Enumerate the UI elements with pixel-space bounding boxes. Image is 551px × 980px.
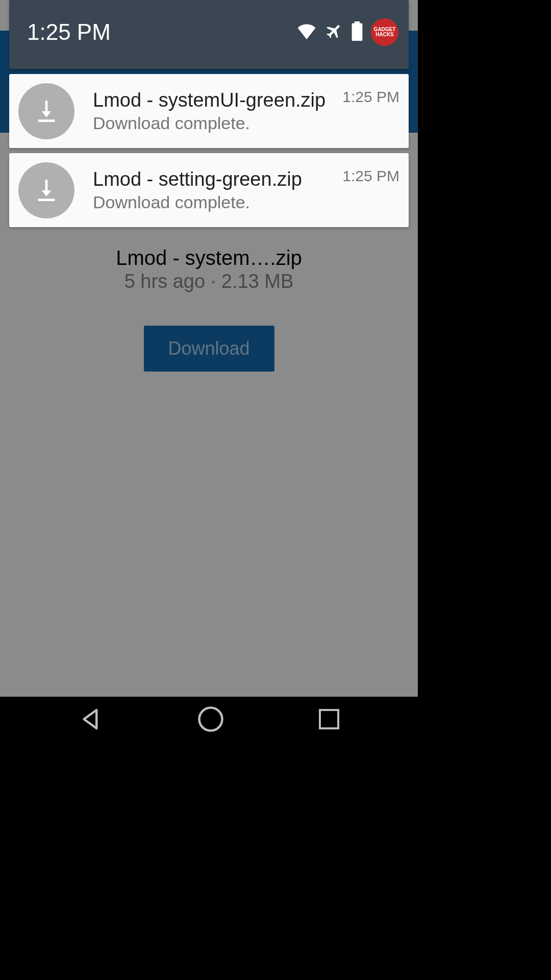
notification-item[interactable]: Lmod - systemUI-green.zip Download compl… [9,74,409,148]
notification-title: Lmod - setting-green.zip [93,168,337,190]
notification-item[interactable]: Lmod - setting-green.zip Download comple… [9,153,409,227]
notification-time: 1:25 PM [342,167,399,185]
download-icon [18,83,74,139]
airplane-icon [325,22,343,42]
svg-point-0 [199,707,222,730]
notification-title: Lmod - systemUI-green.zip [93,89,337,111]
status-bar[interactable]: 1:25 PM GADGET HACKS [9,0,409,69]
download-icon [18,162,74,218]
notification-subtitle: Download complete. [93,113,337,133]
back-button[interactable] [77,705,105,735]
gadget-hacks-badge-icon: GADGET HACKS [371,18,398,46]
wifi-icon [296,23,317,41]
notification-subtitle: Download complete. [93,192,337,212]
notification-time: 1:25 PM [342,88,399,106]
status-time: 1:25 PM [27,19,111,45]
recent-apps-button[interactable] [317,707,341,733]
home-button[interactable] [197,705,224,735]
svg-rect-1 [320,710,338,728]
notification-panel[interactable]: 1:25 PM GADGET HACKS Lmod - systemUI-gre… [9,0,409,227]
navigation-bar [0,697,418,743]
battery-icon [352,21,363,43]
status-icons: GADGET HACKS [296,18,398,46]
